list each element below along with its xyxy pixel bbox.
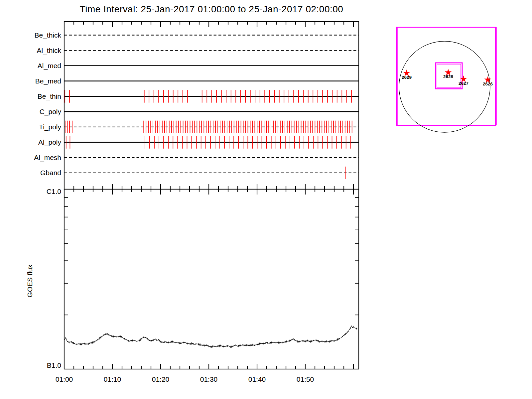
goes-time-ticks [74,189,353,369]
filter-row-ti_poly [64,121,359,133]
filter-row-label-al_med: Al_med [38,62,61,70]
goes-flux-ticks [64,198,359,315]
goes-flux-panel [64,189,359,369]
filter-row-label-be_thick: Be_thick [34,31,61,39]
filter-row-label-al_mesh: Al_mesh [34,154,61,162]
filter-row-label-be_thin: Be_thin [38,92,61,100]
active-region-label-2626: 2626 [483,81,493,86]
solar-pointing-map: 2629262826272626 [397,27,496,132]
active-region-2626: 2626 [483,76,493,86]
timeline-goes-solar-plot: Be_thickAl_thickAl_medBe_medBe_thinC_pol… [0,0,532,399]
filter-row-label-be_med: Be_med [35,77,61,85]
active-region-label-2629: 2629 [402,75,412,80]
filter-row-label-gband: Gband [40,169,61,177]
time-axis-label-0110: 01:10 [104,375,121,383]
timeline-time-ticks [74,22,353,189]
active-region-label-2627: 2627 [459,81,468,86]
goes-flux-curve [64,326,357,348]
filter-row-al_poly [64,136,359,149]
time-axis-label-0140: 01:40 [248,375,266,383]
filter-row-gband [64,167,359,179]
active-region-2629: 2629 [402,69,412,80]
time-axis-label-0120: 01:20 [152,375,170,383]
solar-limb-circle [399,41,490,132]
time-axis-label-0100: 01:00 [56,375,73,383]
goes-ylabel: GOES flux [26,264,34,298]
filter-row-label-ti_poly: Ti_poly [39,123,61,131]
goes-frame [64,189,359,369]
observation-summary-page: Time Interval: 25-Jan-2017 01:00:00 to 2… [0,0,532,399]
timeline-frame [64,22,359,189]
filter-row-be_thin [64,90,359,103]
goes-axis-label-c1: C1.0 [47,188,61,195]
filter-timeline-panel [64,22,359,189]
active-region-label-2628: 2628 [443,74,454,79]
time-axis-label-0130: 01:30 [200,375,218,383]
filter-row-label-al_thick: Al_thick [37,47,61,55]
active-region-2627: 2627 [459,75,468,86]
time-axis-label-0150: 01:50 [297,375,314,383]
filter-row-label-al_poly: Al_poly [38,138,61,146]
filter-row-label-c_poly: C_poly [40,108,62,116]
active-region-2628: 2628 [443,69,454,79]
goes-axis-label-b1: B1.0 [47,361,61,369]
